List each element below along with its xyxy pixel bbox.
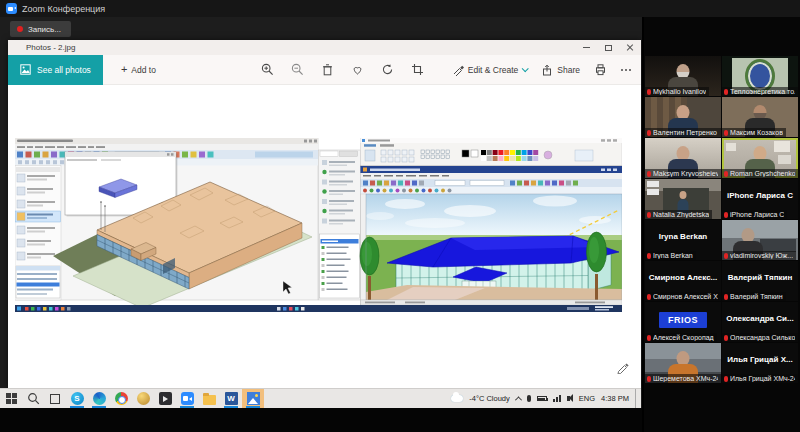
muted-mic-icon xyxy=(724,89,728,95)
weather-icon[interactable] xyxy=(451,395,463,402)
minimize-icon xyxy=(583,47,590,49)
participant-name-label: vladimirovskiy Юж... xyxy=(722,251,796,260)
print-button[interactable] xyxy=(594,63,607,76)
add-to-button[interactable]: + Add to xyxy=(121,64,156,75)
participant-tile[interactable]: iPhone Лариса С iPhone Лариса С xyxy=(722,179,798,219)
network-icon[interactable] xyxy=(553,395,561,402)
participant-tile[interactable]: Олександра Си... Олександра Силькович xyxy=(722,302,798,342)
edit-create-button[interactable]: Edit & Create xyxy=(452,64,528,76)
see-all-photos-button[interactable]: See all photos xyxy=(8,55,103,85)
favorite-button[interactable] xyxy=(351,63,364,76)
participant-name-label: Максим Козаков xyxy=(722,128,786,137)
delete-button[interactable] xyxy=(321,63,334,76)
photos-window: Photos - 2.jpg See all photos + Add to xyxy=(8,40,641,388)
participant-name-label: iPhone Лариса С xyxy=(722,210,787,219)
hidden-icons-chevron[interactable] xyxy=(515,396,522,403)
weather-text[interactable]: -4°C Cloudy xyxy=(469,394,510,403)
taskbar-skype-icon[interactable]: S xyxy=(66,389,88,408)
muted-mic-icon xyxy=(647,89,651,95)
participant-name-label: Смирнов Алексей Х... xyxy=(645,292,721,301)
recording-indicator[interactable]: Запись... xyxy=(10,21,71,37)
participant-tile[interactable]: Maksym Kryvosheiev xyxy=(645,138,721,178)
participant-tile[interactable]: vladimirovskiy Юж... xyxy=(722,220,798,260)
crop-button[interactable] xyxy=(411,63,424,76)
language-indicator[interactable]: ENG xyxy=(579,394,595,403)
task-view-button[interactable] xyxy=(44,389,66,408)
muted-mic-icon xyxy=(724,212,728,218)
rotate-button[interactable] xyxy=(381,63,394,76)
participant-display-name: Смирнов Алекс... xyxy=(645,261,721,293)
muted-mic-icon xyxy=(647,171,651,177)
photo-view-area[interactable] xyxy=(8,85,641,388)
taskbar-word-icon[interactable]: W xyxy=(220,389,242,408)
task-view-icon xyxy=(50,394,60,404)
edge-icon xyxy=(93,392,106,405)
close-button[interactable] xyxy=(619,40,641,55)
participant-tile[interactable]: Iryna Berkan Iryna Berkan xyxy=(645,220,721,260)
muted-mic-icon xyxy=(647,130,651,136)
add-to-label: Add to xyxy=(131,65,156,75)
participant-tile[interactable]: Шереметова ХМч-24 xyxy=(645,343,721,383)
record-dot-icon xyxy=(17,26,23,32)
muted-mic-icon xyxy=(647,335,651,341)
shared-screen-region: Запись... Photos - 2.jpg See all photos … xyxy=(0,17,642,432)
taskbar-media-icon[interactable] xyxy=(154,389,176,408)
microphone-tray-icon[interactable] xyxy=(527,395,531,402)
skype-icon: S xyxy=(71,392,84,405)
participant-display-name: Илья Грицай Х... xyxy=(722,343,798,375)
window-title: Zoom Конференция xyxy=(22,4,105,14)
taskbar-zoom-icon[interactable] xyxy=(176,389,198,408)
taskbar-photos-icon[interactable] xyxy=(242,389,264,408)
participant-tile[interactable]: Теплоэнергетика то... xyxy=(722,56,798,96)
participant-name-label: Илья Грицай ХМч-24 xyxy=(722,374,798,383)
clock[interactable]: 4:38 PM xyxy=(601,394,629,403)
muted-mic-icon xyxy=(647,376,651,382)
zoom-app-window: Zoom Конференция Запись... Photos - 2.jp… xyxy=(0,0,800,432)
start-button[interactable] xyxy=(0,389,22,408)
participant-name-label: Теплоэнергетика то... xyxy=(722,87,798,96)
taskbar-search-button[interactable] xyxy=(22,389,44,408)
participants-panel: Mykhailo Ivanilov Теплоэнергетика то... … xyxy=(644,17,800,432)
photos-app-icon xyxy=(247,392,260,405)
participant-tile[interactable]: Валерий Тяпкин Валерий Тяпкин xyxy=(722,261,798,301)
participant-name-label: Iryna Berkan xyxy=(645,251,696,260)
participant-tile[interactable]: FRIOS Алексей Скоропад xyxy=(645,302,721,342)
participant-tile[interactable]: Илья Грицай Х... Илья Грицай ХМч-24 xyxy=(722,343,798,383)
edit-annotation-icon[interactable] xyxy=(616,360,629,378)
minimize-button[interactable] xyxy=(575,40,597,55)
participant-tile[interactable]: Natalia Zhydetska xyxy=(645,179,721,219)
participant-tile[interactable]: Максим Козаков xyxy=(722,97,798,137)
letterbox-bottom xyxy=(0,408,642,432)
maximize-button[interactable] xyxy=(597,40,619,55)
participant-grid: Mykhailo Ivanilov Теплоэнергетика то... … xyxy=(645,56,798,383)
volume-icon[interactable] xyxy=(567,396,570,401)
zoom-out-button[interactable] xyxy=(291,63,304,76)
plus-icon: + xyxy=(121,64,127,75)
search-icon xyxy=(27,392,40,405)
show-desktop-button[interactable] xyxy=(635,389,639,408)
see-all-photos-label: See all photos xyxy=(37,65,91,75)
participant-tile[interactable]: Mykhailo Ivanilov xyxy=(645,56,721,96)
cad-left-window xyxy=(15,138,318,308)
share-icon xyxy=(541,64,553,76)
share-button[interactable]: Share xyxy=(541,64,580,76)
battery-icon[interactable] xyxy=(537,396,547,401)
participant-display-name: Олександра Си... xyxy=(722,302,798,334)
muted-mic-icon xyxy=(724,335,728,341)
participant-display-name: Iryna Berkan xyxy=(645,220,721,252)
participant-tile-active-speaker[interactable]: Roman Gryshchenko xyxy=(722,138,798,178)
edit-create-label: Edit & Create xyxy=(468,65,519,75)
close-icon xyxy=(626,44,634,52)
taskbar-chrome-icon[interactable] xyxy=(110,389,132,408)
taskbar-edge-icon[interactable] xyxy=(88,389,110,408)
participant-tile[interactable]: Смирнов Алекс... Смирнов Алексей Х... xyxy=(645,261,721,301)
taskbar-file-explorer-icon[interactable] xyxy=(198,389,220,408)
taskbar-browser-icon[interactable] xyxy=(132,389,154,408)
zoom-in-button[interactable] xyxy=(261,63,274,76)
photos-toolbar: See all photos + Add to xyxy=(8,55,641,85)
participant-tile[interactable]: Валентин Петренко г... xyxy=(645,97,721,137)
muted-mic-icon xyxy=(724,130,728,136)
muted-mic-icon xyxy=(647,253,651,259)
more-options-button[interactable] xyxy=(621,69,631,71)
edit-brush-icon xyxy=(452,64,464,76)
